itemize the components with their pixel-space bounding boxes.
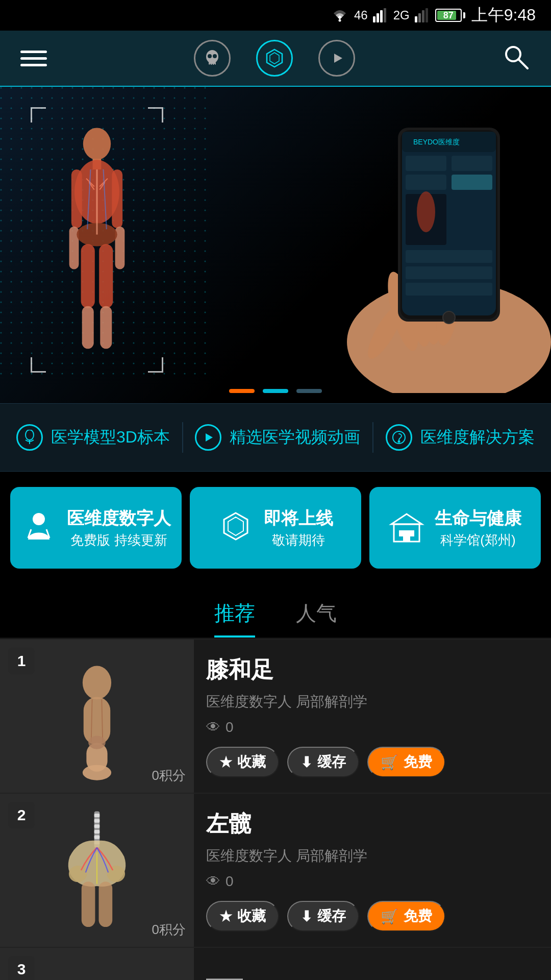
rank-badge-2: 2 — [8, 802, 35, 828]
skull-nav-button[interactable] — [194, 40, 231, 77]
svg-rect-60 — [406, 266, 492, 279]
list-item: 2 — [0, 794, 551, 948]
list-item: 3 —— — [0, 948, 551, 980]
body-model-area — [31, 107, 163, 373]
svg-rect-12 — [212, 64, 213, 66]
skull-icon — [202, 47, 223, 69]
item-thumbnail-3: 3 — [0, 948, 194, 980]
svg-marker-17 — [270, 53, 279, 64]
signal-bars-2-icon — [415, 8, 430, 22]
feature-solution[interactable]: 医维度解决方案 — [386, 424, 535, 451]
feature-video-label: 精选医学视频动画 — [230, 426, 360, 449]
item-views-2: 👁 0 — [206, 873, 539, 890]
svg-rect-61 — [406, 283, 492, 296]
cache-button-1[interactable]: ⬇ 缓存 — [287, 747, 359, 777]
status-icons: 46 2G 87 — [331, 8, 465, 22]
science-museum-button[interactable]: 生命与健康 科学馆(郑州) — [369, 487, 541, 569]
svg-point-15 — [213, 54, 217, 58]
hero-banner: BEYDO医维度 — [0, 87, 551, 403]
item-actions-1: ★ 收藏 ⬇ 缓存 🛒 免费 — [206, 747, 539, 777]
item-info-2: 左髋 医维度数字人 局部解剖学 👁 0 ★ 收藏 ⬇ 缓存 🛒 免费 — [194, 794, 551, 947]
feature-3d-label: 医学模型3D标本 — [51, 426, 170, 449]
content-list: 1 0积分 膝和足 医维度数字人 局部解剖学 👁 — [0, 640, 551, 980]
banner-dots — [229, 389, 322, 393]
feature-3d-models[interactable]: 医学模型3D标本 — [16, 424, 170, 451]
coming-soon-button[interactable]: 即将上线 敬请期待 — [190, 487, 361, 569]
svg-rect-98 — [56, 948, 138, 980]
leg-anatomy-svg — [59, 647, 135, 785]
feature-video[interactable]: 精选医学视频动画 — [195, 424, 360, 451]
person-icon — [21, 510, 57, 546]
signal-bars-icon — [373, 8, 388, 22]
item-title-3: —— — [206, 968, 539, 980]
svg-rect-77 — [403, 530, 410, 542]
svg-point-67 — [398, 441, 400, 443]
collect-button-1[interactable]: ★ 收藏 — [206, 747, 279, 777]
svg-rect-92 — [94, 836, 100, 839]
nav-bar — [0, 31, 551, 87]
free-button-2[interactable]: 🛒 免费 — [367, 901, 445, 932]
eye-icon-1: 👁 — [206, 719, 220, 736]
tab-recommend[interactable]: 推荐 — [214, 599, 255, 638]
feature-row: 医学模型3D标本 精选医学视频动画 医维度解决方案 — [0, 403, 551, 472]
menu-button[interactable] — [20, 51, 47, 66]
svg-rect-54 — [452, 156, 492, 171]
svg-rect-53 — [406, 156, 446, 171]
svg-rect-90 — [94, 824, 100, 828]
svg-rect-35 — [81, 244, 95, 308]
svg-point-62 — [443, 311, 455, 324]
item-views-1: 👁 0 — [206, 719, 539, 736]
eye-icon-2: 👁 — [206, 873, 220, 890]
svg-rect-97 — [99, 881, 113, 927]
feature-divider-2 — [372, 422, 373, 453]
svg-rect-2 — [377, 13, 379, 22]
free-button-1[interactable]: 🛒 免费 — [367, 747, 445, 777]
anatomy-svg — [46, 122, 148, 357]
svg-point-95 — [107, 866, 126, 882]
item-3-svg — [56, 948, 138, 980]
svg-point-63 — [26, 430, 34, 440]
hex-coming-icon — [218, 510, 254, 546]
collect-button-2[interactable]: ★ 收藏 — [206, 901, 279, 932]
digital-human-button[interactable]: 医维度数字人 免费版 持续更新 — [10, 487, 182, 569]
item-info-3: —— — [194, 948, 551, 980]
hex-logo-button[interactable] — [256, 40, 293, 77]
svg-rect-55 — [406, 175, 446, 190]
svg-rect-6 — [418, 13, 421, 22]
signal-2g: 2G — [393, 8, 410, 22]
corner-tl — [31, 107, 46, 122]
svg-rect-36 — [99, 244, 113, 308]
svg-point-68 — [33, 513, 45, 525]
svg-rect-5 — [415, 16, 417, 22]
signal-4g: 46 — [354, 8, 368, 22]
feature-solution-label: 医维度解决方案 — [420, 426, 535, 449]
search-button[interactable] — [502, 43, 531, 74]
svg-point-79 — [83, 666, 111, 700]
svg-point-85 — [88, 736, 106, 749]
svg-point-94 — [69, 866, 87, 882]
svg-rect-30 — [71, 169, 82, 228]
feature-divider-1 — [182, 422, 183, 453]
status-time: 上午9:48 — [471, 4, 536, 27]
status-bar: 46 2G 87 上午9:48 — [0, 0, 551, 31]
svg-marker-16 — [267, 50, 282, 67]
svg-rect-7 — [422, 10, 424, 22]
science-museum-text: 生命与健康 科学馆(郑州) — [435, 506, 521, 549]
building-icon — [389, 510, 424, 546]
star-icon-1: ★ — [219, 754, 232, 771]
play-nav-button[interactable] — [318, 40, 355, 77]
svg-rect-89 — [94, 819, 100, 823]
download-icon-1: ⬇ — [300, 754, 312, 771]
battery-icon: 87 — [435, 9, 465, 22]
item-actions-2: ★ 收藏 ⬇ 缓存 🛒 免费 — [206, 901, 539, 932]
svg-rect-1 — [373, 16, 375, 22]
svg-marker-65 — [206, 433, 213, 442]
star-icon-2: ★ — [219, 908, 232, 925]
phone-in-hand: BEYDO医维度 — [306, 97, 551, 393]
action-buttons-row: 医维度数字人 免费版 持续更新 即将上线 敬请期待 生命与健康 科学馆(郑州) — [0, 472, 551, 584]
cache-button-2[interactable]: ⬇ 缓存 — [287, 901, 359, 932]
tab-popular[interactable]: 人气 — [296, 599, 337, 638]
3d-model-icon — [16, 424, 43, 451]
item-subtitle-1: 医维度数字人 局部解剖学 — [206, 692, 539, 712]
svg-rect-31 — [112, 169, 122, 228]
